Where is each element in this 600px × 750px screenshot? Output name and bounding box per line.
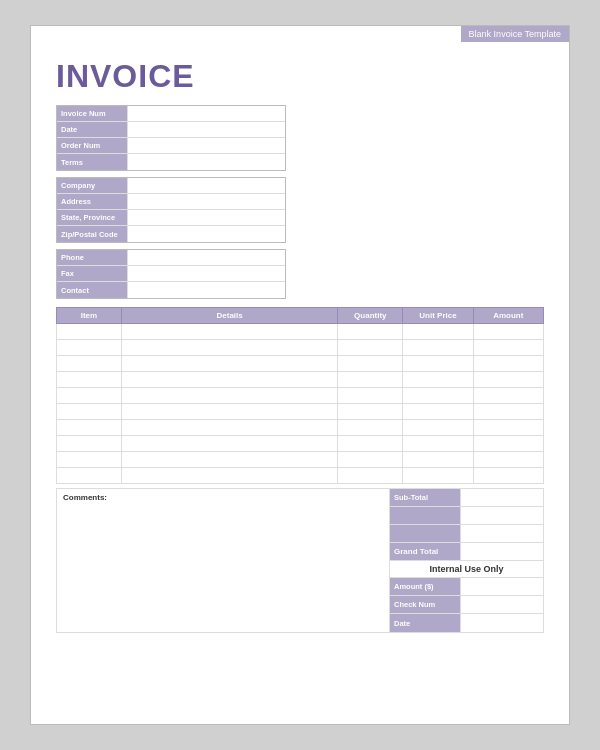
payment-date-value[interactable] — [460, 614, 543, 632]
phone-block: Phone Fax Contact — [56, 249, 286, 299]
table-cell-col-details[interactable] — [121, 404, 337, 420]
address-row: Address — [57, 194, 285, 210]
comments-label: Comments: — [63, 493, 383, 502]
table-cell-col-item[interactable] — [57, 340, 122, 356]
table-cell-col-item[interactable] — [57, 468, 122, 484]
zip-value[interactable] — [127, 226, 285, 242]
table-cell-col-details[interactable] — [121, 356, 337, 372]
table-cell-col-qty[interactable] — [338, 420, 403, 436]
contact-row: Contact — [57, 282, 285, 298]
table-cell-col-price[interactable] — [403, 436, 473, 452]
payment-date-label: Date — [390, 614, 460, 632]
amount-label: Amount ($) — [390, 578, 460, 595]
totals-block: Sub-Total Grand Total Internal Use Only … — [389, 488, 544, 633]
col-details-header: Details — [121, 308, 337, 324]
phone-value[interactable] — [127, 250, 285, 265]
bottom-section: Comments: Sub-Total Grand Total Internal… — [56, 488, 544, 633]
col-amount-header: Amount — [473, 308, 543, 324]
company-value[interactable] — [127, 178, 285, 193]
table-row — [57, 404, 544, 420]
check-num-label: Check Num — [390, 596, 460, 613]
table-cell-col-item[interactable] — [57, 452, 122, 468]
table-cell-col-price[interactable] — [403, 356, 473, 372]
table-cell-col-item[interactable] — [57, 372, 122, 388]
table-cell-col-amount[interactable] — [473, 388, 543, 404]
table-cell-col-qty[interactable] — [338, 340, 403, 356]
table-cell-col-qty[interactable] — [338, 436, 403, 452]
state-label: State, Province — [57, 210, 127, 225]
col-qty-header: Quantity — [338, 308, 403, 324]
table-cell-col-qty[interactable] — [338, 404, 403, 420]
table-cell-col-details[interactable] — [121, 324, 337, 340]
check-num-value[interactable] — [460, 596, 543, 613]
table-cell-col-item[interactable] — [57, 356, 122, 372]
table-cell-col-amount[interactable] — [473, 372, 543, 388]
table-cell-col-details[interactable] — [121, 420, 337, 436]
table-cell-col-details[interactable] — [121, 388, 337, 404]
table-cell-col-amount[interactable] — [473, 324, 543, 340]
table-cell-col-item[interactable] — [57, 436, 122, 452]
table-cell-col-qty[interactable] — [338, 356, 403, 372]
contact-value[interactable] — [127, 282, 285, 298]
address-value[interactable] — [127, 194, 285, 209]
order-num-row: Order Num — [57, 138, 285, 154]
subtotal-row: Sub-Total — [390, 489, 543, 507]
table-cell-col-price[interactable] — [403, 324, 473, 340]
terms-value[interactable] — [127, 154, 285, 170]
table-cell-col-details[interactable] — [121, 452, 337, 468]
amount-value[interactable] — [460, 578, 543, 595]
table-cell-col-item[interactable] — [57, 388, 122, 404]
table-cell-col-qty[interactable] — [338, 468, 403, 484]
invoice-page: Blank Invoice Template INVOICE Invoice N… — [30, 25, 570, 725]
table-cell-col-price[interactable] — [403, 372, 473, 388]
blank-row-2 — [390, 525, 543, 543]
order-num-value[interactable] — [127, 138, 285, 153]
table-cell-col-price[interactable] — [403, 404, 473, 420]
fax-label: Fax — [57, 266, 127, 281]
table-cell-col-item[interactable] — [57, 420, 122, 436]
table-cell-col-item[interactable] — [57, 324, 122, 340]
table-cell-col-price[interactable] — [403, 388, 473, 404]
table-cell-col-details[interactable] — [121, 468, 337, 484]
table-cell-col-amount[interactable] — [473, 340, 543, 356]
table-cell-col-price[interactable] — [403, 452, 473, 468]
table-cell-col-qty[interactable] — [338, 372, 403, 388]
table-cell-col-details[interactable] — [121, 436, 337, 452]
date-value[interactable] — [127, 122, 285, 137]
invoice-num-value[interactable] — [127, 106, 285, 121]
table-cell-col-qty[interactable] — [338, 324, 403, 340]
table-cell-col-price[interactable] — [403, 340, 473, 356]
blank-value-1[interactable] — [460, 507, 543, 524]
table-cell-col-qty[interactable] — [338, 452, 403, 468]
table-cell-col-details[interactable] — [121, 340, 337, 356]
subtotal-value[interactable] — [460, 489, 543, 506]
address-label: Address — [57, 194, 127, 209]
table-cell-col-amount[interactable] — [473, 468, 543, 484]
table-cell-col-amount[interactable] — [473, 356, 543, 372]
table-cell-col-amount[interactable] — [473, 436, 543, 452]
grand-total-value[interactable] — [460, 543, 543, 560]
table-cell-col-item[interactable] — [57, 404, 122, 420]
invoice-num-label: Invoice Num — [57, 106, 127, 121]
table-cell-col-amount[interactable] — [473, 404, 543, 420]
invoice-info-block: Invoice Num Date Order Num Terms — [56, 105, 286, 171]
comments-area: Comments: — [56, 488, 389, 633]
subtotal-label: Sub-Total — [390, 489, 460, 506]
table-cell-col-price[interactable] — [403, 420, 473, 436]
table-cell-col-price[interactable] — [403, 468, 473, 484]
table-cell-col-details[interactable] — [121, 372, 337, 388]
amount-row: Amount ($) — [390, 578, 543, 596]
table-cell-col-amount[interactable] — [473, 452, 543, 468]
grand-total-row: Grand Total — [390, 543, 543, 561]
table-cell-col-qty[interactable] — [338, 388, 403, 404]
fax-value[interactable] — [127, 266, 285, 281]
invoice-title: INVOICE — [56, 58, 544, 95]
blank-value-2[interactable] — [460, 525, 543, 542]
state-value[interactable] — [127, 210, 285, 225]
zip-label: Zip/Postal Code — [57, 226, 127, 242]
table-row — [57, 388, 544, 404]
blank-row-1 — [390, 507, 543, 525]
table-row — [57, 356, 544, 372]
state-row: State, Province — [57, 210, 285, 226]
table-cell-col-amount[interactable] — [473, 420, 543, 436]
